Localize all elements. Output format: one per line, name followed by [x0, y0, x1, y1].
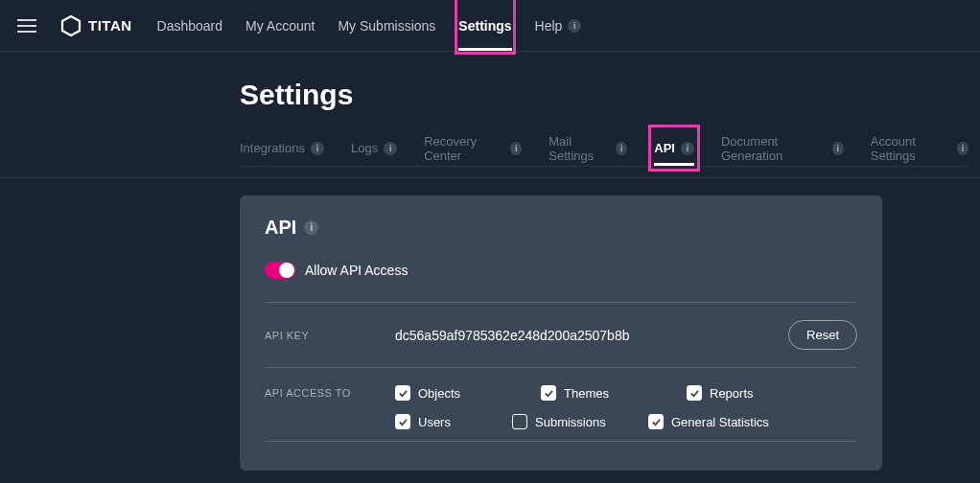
nav-settings[interactable]: Settings [458, 0, 511, 51]
tab-label: Document Generation [721, 134, 827, 163]
checkbox-label: Objects [418, 386, 460, 401]
checkbox-label: General Statistics [671, 415, 769, 429]
topbar: TITAN Dashboard My Account My Submission… [0, 0, 980, 52]
info-icon: i [568, 19, 581, 33]
tab-integrations[interactable]: Integrations i [240, 130, 324, 166]
checkbox-icon [648, 414, 664, 429]
nav-label: Dashboard [157, 18, 223, 34]
nav-label: Settings [458, 18, 511, 34]
tab-label: Logs [351, 141, 378, 155]
checkbox-label: Themes [564, 386, 609, 401]
reset-button[interactable]: Reset [788, 320, 857, 350]
main-nav: Dashboard My Account My Submissions Sett… [157, 0, 582, 51]
access-submissions[interactable]: Submissions [512, 414, 618, 429]
access-objects[interactable]: Objects [395, 385, 510, 401]
logo-icon [59, 14, 82, 37]
tab-api[interactable]: API i [654, 130, 694, 166]
api-key-label: API KEY [265, 330, 380, 341]
info-icon: i [832, 142, 844, 155]
info-icon: i [616, 142, 627, 155]
divider [265, 441, 857, 442]
checkbox-icon [395, 414, 410, 429]
info-icon: i [510, 142, 522, 155]
page-title: Settings [240, 79, 968, 111]
divider [0, 177, 980, 178]
info-icon: i [311, 142, 324, 155]
logo-text: TITAN [88, 17, 132, 34]
checkbox-icon [512, 414, 527, 429]
page: Settings Integrations i Logs i Recovery … [0, 52, 980, 471]
divider [265, 302, 857, 303]
nav-dashboard[interactable]: Dashboard [157, 0, 223, 51]
tab-logs[interactable]: Logs i [351, 130, 397, 166]
checkbox-icon [395, 385, 410, 401]
access-themes[interactable]: Themes [541, 385, 656, 401]
access-general-statistics[interactable]: General Statistics [648, 414, 802, 429]
nav-my-submissions[interactable]: My Submissions [338, 0, 435, 51]
access-checkboxes: Objects Themes Reports [395, 385, 857, 429]
allow-api-toggle[interactable] [265, 262, 295, 279]
divider [265, 367, 857, 368]
api-access-label: API ACCESS TO [265, 385, 380, 399]
tab-document-generation[interactable]: Document Generation i [721, 130, 844, 166]
logo[interactable]: TITAN [59, 14, 132, 37]
tab-account-settings[interactable]: Account Settings i [871, 130, 968, 166]
info-icon: i [384, 142, 397, 155]
access-reports[interactable]: Reports [687, 385, 802, 401]
checkbox-icon [687, 385, 702, 401]
tab-label: Account Settings [871, 134, 951, 163]
tab-recovery-center[interactable]: Recovery Center i [424, 130, 522, 166]
info-icon[interactable]: i [304, 220, 318, 235]
api-key-value: dc56a59af9785362e248d200a2507b8b [395, 328, 773, 343]
nav-label: My Submissions [338, 18, 435, 34]
nav-help[interactable]: Help i [535, 0, 582, 51]
tab-label: Integrations [240, 141, 305, 155]
tab-mail-settings[interactable]: Mail Settings i [548, 130, 627, 166]
info-icon: i [957, 142, 968, 155]
menu-icon[interactable] [17, 19, 36, 33]
tab-label: API [654, 141, 675, 155]
access-users[interactable]: Users [395, 414, 481, 429]
nav-label: My Account [245, 18, 315, 34]
tab-label: Mail Settings [548, 134, 610, 163]
checkbox-label: Users [418, 415, 451, 429]
settings-tabs: Integrations i Logs i Recovery Center i … [240, 130, 968, 167]
checkbox-label: Reports [710, 386, 754, 401]
card-title: API [265, 217, 296, 239]
api-card: API i Allow API Access API KEY dc56a59af… [240, 196, 882, 471]
toggle-label: Allow API Access [305, 263, 408, 278]
checkbox-label: Submissions [535, 415, 606, 429]
checkbox-icon [541, 385, 556, 401]
nav-label: Help [535, 18, 563, 34]
tab-label: Recovery Center [424, 134, 504, 163]
info-icon: i [681, 142, 694, 155]
nav-my-account[interactable]: My Account [245, 0, 315, 51]
